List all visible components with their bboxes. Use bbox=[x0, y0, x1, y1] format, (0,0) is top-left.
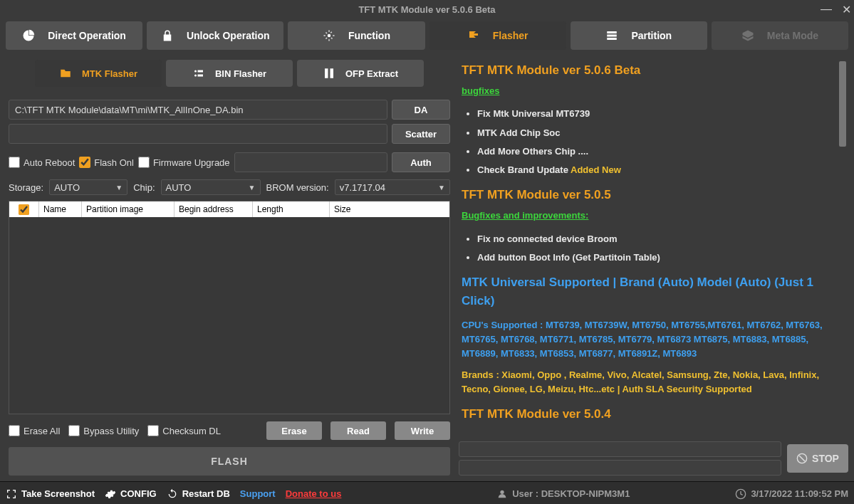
meta-icon bbox=[741, 29, 754, 42]
extract-icon bbox=[323, 67, 335, 80]
da-button[interactable]: DA bbox=[392, 100, 450, 120]
flasher-icon bbox=[467, 29, 480, 42]
lock-icon bbox=[161, 29, 174, 42]
subtab-mtk-flasher[interactable]: MTK Flasher bbox=[35, 60, 162, 87]
svg-point-2 bbox=[194, 75, 197, 77]
th-name[interactable]: Name bbox=[39, 201, 82, 217]
tab-direct-operation[interactable]: Direct Operation bbox=[6, 21, 142, 50]
brands-supported: Brands : Xiaomi, Oppo , Realme, Vivo, Al… bbox=[462, 368, 843, 397]
chip-label: Chip: bbox=[133, 182, 155, 193]
chk-checksum-dl[interactable]: Checksum DL bbox=[147, 425, 221, 436]
subtab-bin-flasher[interactable]: BIN Flasher bbox=[166, 60, 293, 87]
statusbar: Take Screenshot CONFIG Restart DB Suppor… bbox=[0, 481, 854, 504]
sb-datetime: 3/17/2022 11:09:52 PM bbox=[735, 488, 848, 500]
progress-2 bbox=[459, 460, 781, 476]
tab-meta-mode[interactable]: Meta Mode bbox=[712, 21, 848, 50]
chk-erase-all[interactable]: Erase All bbox=[9, 425, 60, 436]
sub-tabs: MTK Flasher BIN Flasher OFP Extract bbox=[9, 60, 450, 87]
chevron-down-icon: ▼ bbox=[438, 184, 445, 191]
th-size[interactable]: Size bbox=[330, 201, 449, 217]
svg-point-1 bbox=[194, 70, 197, 73]
storage-label: Storage: bbox=[9, 182, 43, 193]
changelog-title-1: TFT MTK Module ver 5.0.6 Beta bbox=[462, 61, 843, 80]
auth-path-input[interactable] bbox=[234, 152, 387, 172]
restart-icon bbox=[167, 488, 178, 500]
bugfix-list-2: Fix no connected device Broom Add button… bbox=[462, 232, 843, 265]
clock-icon bbox=[735, 488, 746, 500]
tab-function[interactable]: Function bbox=[288, 21, 425, 50]
user-icon bbox=[496, 488, 508, 500]
chip-combo[interactable]: AUTO▼ bbox=[161, 179, 261, 195]
sb-restart-db[interactable]: Restart DB bbox=[167, 488, 230, 500]
progress-1 bbox=[459, 441, 781, 457]
changelog-title-4: TFT MTK Module ver 5.0.4 bbox=[462, 405, 843, 424]
fullscreen-icon bbox=[6, 488, 17, 500]
minimize-icon[interactable]: — bbox=[821, 3, 832, 16]
main-tabs: Direct Operation Unlock Operation Functi… bbox=[0, 19, 854, 53]
chevron-down-icon: ▼ bbox=[249, 184, 256, 191]
folder-icon bbox=[59, 67, 72, 80]
close-icon[interactable]: ✕ bbox=[842, 3, 851, 16]
bugfix-list-1: Fix Mtk Universal MT6739 MTK Add Chip So… bbox=[462, 107, 843, 177]
bugfixes-link[interactable]: bugfixes bbox=[462, 84, 499, 98]
subtab-ofp-extract[interactable]: OFP Extract bbox=[297, 60, 424, 87]
storage-combo[interactable]: AUTO▼ bbox=[49, 179, 127, 195]
changelog-panel: TFT MTK Module ver 5.0.6 Beta bugfixes F… bbox=[459, 58, 848, 436]
bin-icon bbox=[192, 67, 205, 80]
stop-button[interactable]: STOP bbox=[787, 444, 848, 473]
tab-unlock-operation[interactable]: Unlock Operation bbox=[147, 21, 283, 50]
brom-label: BROM version: bbox=[266, 182, 329, 193]
tab-partition[interactable]: Partition bbox=[571, 21, 707, 50]
scatter-button[interactable]: Scatter bbox=[392, 124, 450, 144]
th-begin-address[interactable]: Begin address bbox=[175, 201, 253, 217]
mtk-universal-heading: MTK Universal Supported | Brand (Auto) M… bbox=[462, 273, 843, 311]
partition-table: Name Partition image Begin address Lengt… bbox=[9, 201, 450, 414]
table-body[interactable] bbox=[9, 217, 449, 414]
sb-support[interactable]: Support bbox=[240, 488, 276, 499]
erase-button[interactable]: Erase bbox=[266, 421, 322, 440]
svg-point-0 bbox=[328, 34, 331, 38]
sb-donate[interactable]: Donate to us bbox=[286, 488, 342, 499]
brom-combo[interactable]: v7.1717.04▼ bbox=[335, 179, 450, 195]
sb-user: User : DESKTOP-NIPM3M1 bbox=[496, 488, 630, 500]
titlebar: TFT MTK Module ver 5.0.6 Beta — ✕ bbox=[0, 0, 854, 19]
write-button[interactable]: Write bbox=[395, 421, 450, 440]
chk-auto-reboot[interactable]: Auto Reboot bbox=[9, 157, 75, 168]
read-button[interactable]: Read bbox=[330, 421, 386, 440]
vertical-scrollbar[interactable] bbox=[837, 58, 848, 436]
chk-firmware-upgrade[interactable]: Firmware Upgrade bbox=[138, 157, 230, 168]
th-checkbox[interactable] bbox=[9, 201, 39, 217]
stop-icon bbox=[796, 453, 808, 464]
sb-config[interactable]: CONFIG bbox=[105, 488, 157, 500]
chk-flash-only[interactable]: Flash Onl bbox=[79, 157, 134, 168]
flash-button[interactable]: FLASH bbox=[9, 447, 450, 476]
svg-point-4 bbox=[501, 490, 504, 493]
chevron-down-icon: ▼ bbox=[115, 184, 123, 191]
gear-icon bbox=[105, 488, 116, 500]
partition-icon bbox=[605, 29, 618, 42]
da-path-input[interactable] bbox=[9, 100, 387, 120]
sb-take-screenshot[interactable]: Take Screenshot bbox=[6, 488, 95, 500]
scatter-path-input[interactable] bbox=[9, 124, 387, 144]
th-length[interactable]: Length bbox=[253, 201, 330, 217]
tab-flasher[interactable]: Flasher bbox=[429, 21, 566, 50]
th-partition-image[interactable]: Partition image bbox=[82, 201, 175, 217]
bugfixes-link-2[interactable]: Bugfixes and improvements: bbox=[462, 209, 588, 223]
scroll-thumb[interactable] bbox=[839, 61, 846, 147]
table-header: Name Partition image Begin address Lengt… bbox=[9, 201, 449, 217]
auth-button[interactable]: Auth bbox=[392, 152, 450, 172]
pie-icon bbox=[22, 29, 35, 42]
chk-bypass-utility[interactable]: Bypass Utility bbox=[68, 425, 139, 436]
cpu-supported: CPU's Supported : MT6739, MT6739W, MT675… bbox=[462, 318, 843, 361]
window-title: TFT MTK Module ver 5.0.6 Beta bbox=[358, 4, 495, 15]
function-icon bbox=[323, 29, 335, 42]
changelog-title-2: TFT MTK Module ver 5.0.5 bbox=[462, 186, 843, 204]
